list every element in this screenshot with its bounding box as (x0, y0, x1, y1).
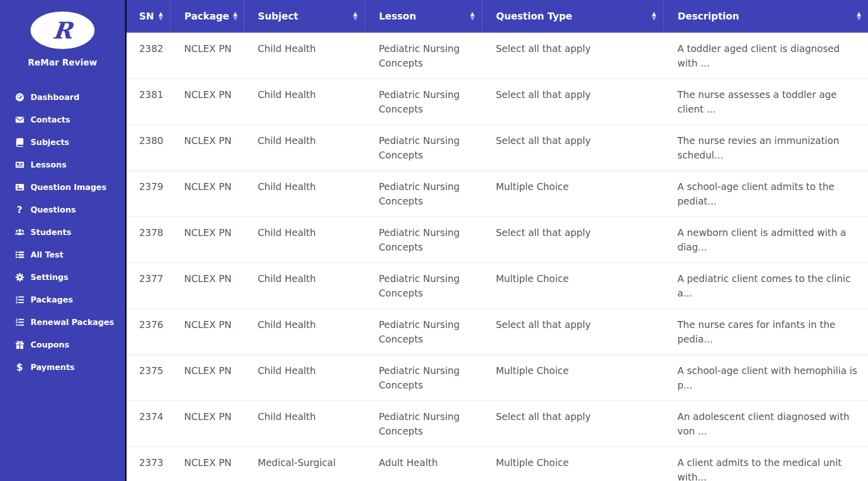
sidebar-item-label: Dashboard (31, 92, 80, 102)
cell-package: NCLEX PN (170, 354, 244, 400)
cell-description: The nurse assesses a toddler age client … (663, 78, 868, 124)
cell-question-type: Multiple Choice (482, 170, 663, 216)
table-row: 2374 NCLEX PN Child Health Pediatric Nur… (127, 400, 868, 446)
cell-description: A toddler aged client is diagnosed with … (663, 32, 868, 78)
sidebar-item-label: Coupons (31, 340, 69, 350)
dollar-icon: $ (13, 362, 26, 372)
column-header-sn[interactable]: SN▲▼ (127, 0, 170, 32)
table-row: 2373 NCLEX PN Medical-Surgical Adult Hea… (127, 446, 868, 481)
sidebar-item-label: Settings (31, 272, 69, 282)
table-row: 2380 NCLEX PN Child Health Pediatric Nur… (127, 124, 868, 170)
cell-package: NCLEX PN (170, 400, 244, 446)
sidebar-item-payments[interactable]: $ Payments (0, 356, 125, 378)
cell-subject: Child Health (244, 32, 365, 78)
gear-icon (13, 272, 26, 282)
cell-question-type: Multiple Choice (482, 354, 663, 400)
questions-table-panel: SN▲▼ Package▲▼ Subject▲▼ Lesson▲▼ Questi… (125, 0, 868, 481)
cell-subject: Child Health (244, 170, 365, 216)
cell-description: A client admits to the medical unit with… (663, 446, 868, 481)
cell-package: NCLEX PN (170, 308, 244, 354)
app: R ReMar Review Dashboard Contacts (0, 0, 868, 481)
sidebar-item-subjects[interactable]: Subjects (0, 131, 125, 154)
questions-table: SN▲▼ Package▲▼ Subject▲▼ Lesson▲▼ Questi… (127, 0, 868, 481)
cell-sn: 2380 (127, 124, 170, 170)
cell-package: NCLEX PN (170, 262, 244, 308)
cell-subject: Child Health (244, 400, 365, 446)
cell-subject: Medical-Surgical (244, 446, 365, 481)
sidebar: R ReMar Review Dashboard Contacts (0, 0, 125, 481)
table-row: 2381 NCLEX PN Child Health Pediatric Nur… (127, 78, 868, 124)
ordered-list-icon: 123 (13, 318, 26, 327)
sidebar-item-packages[interactable]: 123 Packages (0, 288, 125, 311)
cell-sn: 2379 (127, 170, 170, 216)
table-row: 2376 NCLEX PN Child Health Pediatric Nur… (127, 308, 868, 354)
sidebar-item-questions[interactable]: ? Questions (0, 198, 125, 221)
cell-question-type: Select all that apply (482, 308, 663, 354)
sidebar-item-label: Question Images (31, 182, 107, 192)
sidebar-item-label: Lessons (31, 160, 67, 170)
cell-subject: Child Health (244, 308, 365, 354)
sidebar-item-all-test[interactable]: All Test (0, 244, 125, 266)
sidebar-item-dashboard[interactable]: Dashboard (0, 86, 125, 108)
column-header-description[interactable]: Description▲▼ (663, 0, 868, 32)
cell-question-type: Multiple Choice (482, 262, 663, 308)
sort-icon: ▲▼ (652, 12, 656, 20)
table-row: 2377 NCLEX PN Child Health Pediatric Nur… (127, 262, 868, 308)
cell-description: The nurse revies an immunization schedul… (663, 124, 868, 170)
sidebar-item-coupons[interactable]: Coupons (0, 334, 125, 356)
column-header-package[interactable]: Package▲▼ (170, 0, 244, 32)
table-row: 2382 NCLEX PN Child Health Pediatric Nur… (127, 32, 868, 78)
sidebar-item-label: Questions (31, 205, 76, 214)
cell-question-type: Select all that apply (482, 78, 663, 124)
cell-question-type: Multiple Choice (482, 446, 663, 481)
svg-text:3: 3 (16, 300, 18, 304)
cell-lesson: Pediatric Nursing Concepts (365, 78, 482, 124)
image-icon (13, 182, 26, 192)
sidebar-item-renewal-packages[interactable]: 123 Renewal Packages (0, 311, 125, 334)
sidebar-item-question-images[interactable]: Question Images (0, 176, 125, 198)
sidebar-item-students[interactable]: Students (0, 221, 125, 244)
cell-lesson: Pediatric Nursing Concepts (365, 262, 482, 308)
cell-package: NCLEX PN (170, 32, 244, 78)
sidebar-item-settings[interactable]: Settings (0, 266, 125, 288)
sort-icon: ▲▼ (470, 12, 474, 20)
sort-icon: ▲▼ (857, 12, 861, 20)
table-header-row: SN▲▼ Package▲▼ Subject▲▼ Lesson▲▼ Questi… (127, 0, 868, 32)
sidebar-item-label: Students (31, 228, 71, 237)
sort-icon: ▲▼ (353, 12, 357, 20)
cell-lesson: Pediatric Nursing Concepts (365, 308, 482, 354)
sidebar-item-label: Payments (31, 362, 75, 372)
cell-sn: 2374 (127, 400, 170, 446)
cell-lesson: Pediatric Nursing Concepts (365, 32, 482, 78)
column-header-lesson[interactable]: Lesson▲▼ (365, 0, 482, 32)
sidebar-item-contacts[interactable]: Contacts (0, 108, 125, 131)
cell-lesson: Pediatric Nursing Concepts (365, 216, 482, 262)
cell-description: An adolescent client diagnosed with von … (663, 400, 868, 446)
cell-sn: 2382 (127, 32, 170, 78)
column-header-subject[interactable]: Subject▲▼ (244, 0, 365, 32)
cell-sn: 2373 (127, 446, 170, 481)
cell-sn: 2377 (127, 262, 170, 308)
envelope-icon (13, 115, 26, 124)
cell-lesson: Pediatric Nursing Concepts (365, 170, 482, 216)
cell-package: NCLEX PN (170, 216, 244, 262)
cell-lesson: Pediatric Nursing Concepts (365, 354, 482, 400)
cell-description: A school-age client with hemophilia is p… (663, 354, 868, 400)
cell-subject: Child Health (244, 216, 365, 262)
sidebar-item-label: Packages (31, 295, 73, 304)
cell-question-type: Select all that apply (482, 400, 663, 446)
cell-package: NCLEX PN (170, 124, 244, 170)
sort-icon: ▲▼ (159, 12, 163, 20)
table-row: 2375 NCLEX PN Child Health Pediatric Nur… (127, 354, 868, 400)
users-icon (13, 228, 26, 237)
column-header-question-type[interactable]: Question Type▲▼ (482, 0, 663, 32)
cell-package: NCLEX PN (170, 78, 244, 124)
sidebar-item-lessons[interactable]: Lessons (0, 154, 125, 176)
sidebar-item-label: All Test (31, 250, 64, 260)
cell-subject: Child Health (244, 124, 365, 170)
newspaper-icon (13, 160, 26, 170)
cell-lesson: Pediatric Nursing Concepts (365, 400, 482, 446)
cell-subject: Child Health (244, 262, 365, 308)
cell-question-type: Select all that apply (482, 124, 663, 170)
cell-subject: Child Health (244, 354, 365, 400)
